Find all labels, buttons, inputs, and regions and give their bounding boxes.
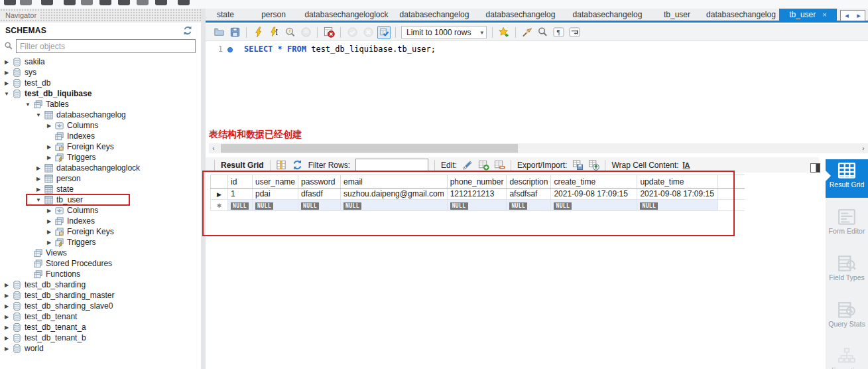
tree-item-test-db-liquibase[interactable]: ▼ test_db_liquibase <box>0 88 201 99</box>
tree-item-stored-procedures[interactable]: Stored Procedures <box>0 258 201 269</box>
tree-item-foreign-keys[interactable]: ▶ Foreign Keys <box>0 141 201 152</box>
tree-item-indexes[interactable]: Indexes <box>0 131 201 141</box>
execute-current-icon[interactable] <box>267 26 280 39</box>
tree-item-sakila[interactable]: ▶ sakila <box>0 56 201 67</box>
tree-item-state[interactable]: ▶ state <box>0 184 201 194</box>
tab-scroll-right-icon[interactable]: ▸ <box>857 12 861 19</box>
query-tab-databasechangelog[interactable]: databasechangelog <box>703 9 779 21</box>
null-cell[interactable]: NULL <box>253 200 298 211</box>
tree-expander-icon[interactable]: ▼ <box>34 197 42 203</box>
add-row-icon[interactable] <box>477 159 490 171</box>
wrap-icon[interactable] <box>568 26 582 39</box>
tree-item-person[interactable]: ▶ person <box>0 173 201 184</box>
tree-expander-icon[interactable]: ▶ <box>3 325 11 331</box>
query-tab-databasechangeloglock[interactable]: databasechangeloglock <box>302 9 391 21</box>
tree-expander-icon[interactable]: ▶ <box>3 293 11 299</box>
filter-rows-input[interactable] <box>355 159 428 171</box>
new-row[interactable]: ✱NULLNULLNULLNULLNULLNULLNULLNULL <box>211 200 745 211</box>
cell[interactable]: 1212121213 <box>447 188 507 200</box>
execute-icon[interactable] <box>251 26 265 39</box>
tree-item-foreign-keys[interactable]: ▶ Foreign Keys <box>0 226 201 237</box>
tab-scroll-left-icon[interactable]: ◂ <box>845 12 849 19</box>
column-header-phone_number[interactable]: phone_number <box>447 175 507 188</box>
tree-expander-icon[interactable]: ▶ <box>3 346 11 352</box>
tree-expander-icon[interactable]: ▶ <box>45 240 53 246</box>
column-header-email[interactable]: email <box>341 175 448 188</box>
tree-item-columns[interactable]: ▶ Columns <box>0 120 201 131</box>
null-cell[interactable]: NULL <box>637 200 718 211</box>
column-header-description[interactable]: description <box>507 175 551 188</box>
tree-expander-icon[interactable]: ▶ <box>45 208 53 214</box>
cell[interactable]: suzhou.daipeng@gmail.com <box>341 188 448 200</box>
tree-item-world[interactable]: ▶ world <box>0 343 201 354</box>
edit-pencil-icon[interactable] <box>461 159 474 171</box>
save-icon[interactable] <box>228 26 241 39</box>
invisibles-icon[interactable]: ¶ <box>552 26 566 39</box>
tab-close-icon[interactable]: × <box>822 11 826 19</box>
tree-expander-icon[interactable]: ▼ <box>24 102 32 108</box>
import-icon[interactable] <box>587 159 600 171</box>
tree-expander-icon[interactable]: ▶ <box>34 186 42 192</box>
cell[interactable]: 1 <box>228 188 253 200</box>
tree-expander-icon[interactable]: ▶ <box>34 165 42 171</box>
limit-rows-dropdown[interactable]: Limit to 1000 rows▾ <box>401 26 487 38</box>
explain-icon[interactable] <box>283 26 296 39</box>
query-tab-tb_user[interactable]: tb_user× <box>779 9 837 23</box>
tab-scroll-arrows[interactable]: ◂ ▸ <box>840 10 865 21</box>
query-tab-databasechangelog[interactable]: databasechangelog <box>564 9 651 21</box>
toolbar-icon-stub[interactable] <box>178 0 190 5</box>
export-icon[interactable] <box>571 159 584 171</box>
tree-expander-icon[interactable]: ▶ <box>45 229 53 235</box>
null-cell[interactable]: NULL <box>298 200 341 211</box>
tree-expander-icon[interactable]: ▶ <box>45 144 53 150</box>
tree-expander-icon[interactable]: ▶ <box>45 218 53 224</box>
tree-expander-icon[interactable]: ▶ <box>3 59 11 65</box>
tree-expander-icon[interactable]: ▶ <box>3 303 11 309</box>
delete-row-icon[interactable] <box>493 159 506 171</box>
column-header-update_time[interactable]: update_time <box>637 175 718 188</box>
side-panel-toggle-icon[interactable] <box>810 163 820 173</box>
cell[interactable]: 2021-09-08 17:09:15 <box>551 188 637 200</box>
stop-icon[interactable] <box>299 26 312 39</box>
query-tab-databasechangelog[interactable]: databasechangelog <box>477 9 564 21</box>
favorite-icon[interactable] <box>497 26 511 39</box>
tree-item-test-db-tenant-a[interactable]: ▶ test_db_tenant_a <box>0 322 201 332</box>
query-tab-databasechangelog[interactable]: databasechangelog <box>391 9 477 21</box>
tree-item-databasechangelog[interactable]: ▼ databasechangelog <box>0 110 201 120</box>
tree-item-functions[interactable]: Functions <box>0 269 201 279</box>
tree-expander-icon[interactable]: ▶ <box>34 176 42 182</box>
tree-expander-icon[interactable]: ▶ <box>3 80 11 86</box>
tree-expander-icon[interactable]: ▶ <box>45 123 53 129</box>
wrap-cell-icon[interactable]: ĪA <box>683 161 690 169</box>
side-panel-field-types[interactable]: Field Types <box>826 252 868 289</box>
side-panel-query-stats[interactable]: Query Stats <box>826 299 868 336</box>
query-tab-person[interactable]: person <box>245 9 302 21</box>
toolbar-icon-stub[interactable] <box>118 0 130 5</box>
null-cell[interactable]: NULL <box>551 200 637 211</box>
tree-item-views[interactable]: Views <box>0 248 201 258</box>
schema-filter-input[interactable] <box>16 39 196 53</box>
query-tab-state[interactable]: state <box>206 9 245 21</box>
query-tab-tb_user[interactable]: tb_user <box>651 9 703 21</box>
scroll-left-icon[interactable]: ‹ <box>209 143 218 153</box>
scroll-right-icon[interactable]: › <box>859 143 868 153</box>
side-panel-execution[interactable]: Execution <box>826 345 868 369</box>
null-cell[interactable]: NULL <box>341 200 448 211</box>
tree-item-sys[interactable]: ▶ sys <box>0 67 201 78</box>
side-panel-result-grid[interactable]: Result Grid <box>826 159 868 198</box>
refresh-icon[interactable] <box>291 159 304 171</box>
tree-item-tb-user[interactable]: ▼ tb_user <box>0 194 201 205</box>
tree-item-test-db-tenant[interactable]: ▶ test_db_tenant <box>0 311 201 322</box>
tree-item-columns[interactable]: ▶ Columns <box>0 205 201 216</box>
sql-code-editor[interactable]: 1 SELECT * FROM test_db_liquibase.tb_use… <box>206 41 868 129</box>
tree-item-test-db-sharding-slave0[interactable]: ▶ test_db_sharding_slave0 <box>0 301 201 311</box>
null-cell[interactable]: NULL <box>447 200 507 211</box>
tree-item-tables[interactable]: ▼ Tables <box>0 99 201 110</box>
cell[interactable]: 2021-09-08 17:09:15 <box>637 188 718 200</box>
result-grid-table[interactable]: iduser_namepasswordemailphone_numberdesc… <box>210 175 745 211</box>
null-cell[interactable]: NULL <box>507 200 551 211</box>
tree-expander-icon[interactable]: ▶ <box>3 335 11 341</box>
column-header-password[interactable]: password <box>298 175 341 188</box>
toolbar-icon-stub[interactable] <box>81 0 93 5</box>
row-marker-icon[interactable]: ▶ <box>211 188 228 200</box>
